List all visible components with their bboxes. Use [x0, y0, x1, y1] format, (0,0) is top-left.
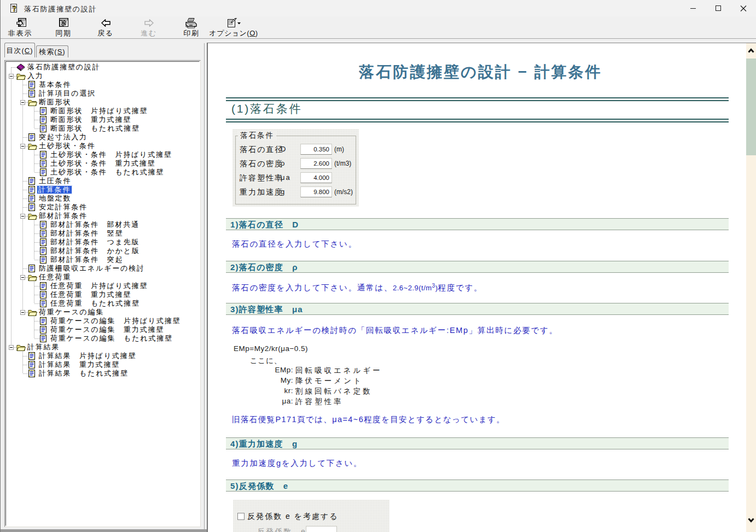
- svg-text:?: ?: [13, 5, 16, 13]
